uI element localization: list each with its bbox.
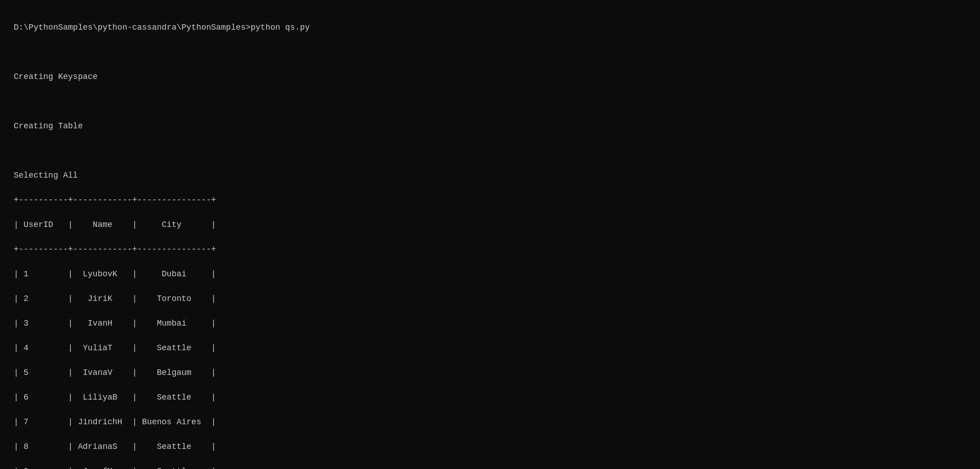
empty-line-2 — [14, 95, 966, 108]
table-border-mid: +----------+------------+---------------… — [14, 243, 966, 256]
table-header: | UserID | Name | City | — [14, 219, 966, 231]
table-row: | 5 | IvanaV | Belgaum | — [14, 367, 966, 379]
empty-line-3 — [14, 145, 966, 157]
empty-line — [14, 46, 966, 58]
creating-keyspace-line: Creating Keyspace — [14, 71, 966, 83]
table-row: | 2 | JiriK | Toronto | — [14, 293, 966, 305]
table-row: | 8 | AdrianaS | Seattle | — [14, 441, 966, 453]
terminal-output: D:\PythonSamples\python-cassandra\Python… — [14, 9, 966, 469]
table-row: | 9 | JozefM | Seattle | — [14, 465, 966, 469]
table-row: | 4 | YuliaT | Seattle | — [14, 342, 966, 354]
table-row: | 6 | LiliyaB | Seattle | — [14, 391, 966, 404]
table-row: | 1 | LyubovK | Dubai | — [14, 268, 966, 280]
table-border-top: +----------+------------+---------------… — [14, 194, 966, 206]
selecting-all-line: Selecting All — [14, 169, 966, 182]
creating-table-line: Creating Table — [14, 120, 966, 132]
command-line: D:\PythonSamples\python-cassandra\Python… — [14, 21, 966, 34]
table-row: | 7 | JindrichH | Buenos Aires | — [14, 416, 966, 428]
table-row: | 3 | IvanH | Mumbai | — [14, 317, 966, 330]
